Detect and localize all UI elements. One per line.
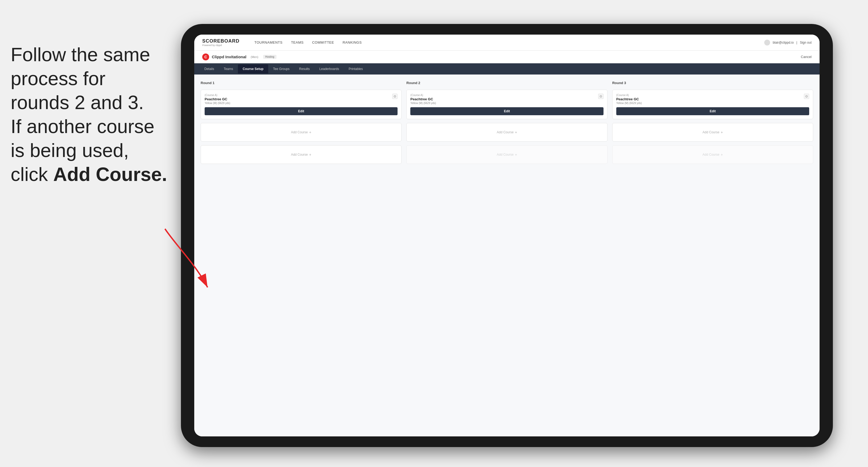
round-1-card-header: (Course A) Peachtree GC Yellow (M) (6629… (205, 94, 398, 107)
round-1-title: Round 1 (200, 81, 402, 85)
round-2-delete-button[interactable]: ⊙ (598, 94, 603, 99)
round-2-title: Round 2 (406, 81, 607, 85)
tab-tee-groups[interactable]: Tee Groups (268, 64, 294, 73)
round-1-course-details: Yellow (M) (6629 yds) (205, 102, 390, 104)
round-2-add-label-1: Add Course + (497, 130, 517, 134)
round-3-add-label-1: Add Course + (703, 130, 723, 134)
tab-course-setup[interactable]: Course Setup (238, 64, 268, 73)
round-1-column: Round 1 (Course A) Peachtree GC Yellow (… (200, 81, 402, 164)
round-3-add-label-2: Add Course + (703, 153, 723, 157)
round-3-course-name: Peachtree GC (616, 97, 802, 101)
rounds-grid: Round 1 (Course A) Peachtree GC Yellow (… (200, 81, 813, 164)
clippd-logo: C (202, 54, 209, 60)
sub-header-left: C Clippd Invitational (Men) Hosting (202, 54, 276, 60)
round-3-delete-button[interactable]: ⊙ (804, 94, 809, 99)
round-2-edit-button[interactable]: Edit (410, 107, 603, 115)
main-content: Round 1 (Course A) Peachtree GC Yellow (… (194, 74, 819, 436)
nav-links: TOURNAMENTS TEAMS COMMITTEE RANKINGS (253, 39, 756, 45)
round-2-card-header: (Course A) Peachtree GC Yellow (M) (6629… (410, 94, 603, 107)
round-2-add-course-2: Add Course + (406, 145, 607, 164)
nav-rankings[interactable]: RANKINGS (341, 39, 363, 45)
event-gender: (Men) (251, 55, 258, 59)
round-2-plus-icon-1: + (515, 130, 517, 134)
round-2-add-course-1[interactable]: Add Course + (406, 123, 607, 142)
round-3-add-course-1[interactable]: Add Course + (612, 123, 813, 142)
round-3-edit-button[interactable]: Edit (616, 107, 809, 115)
sign-out-link[interactable]: Sign out (800, 41, 812, 44)
top-nav: SCOREBOARD Powered by clippd TOURNAMENTS… (194, 35, 819, 51)
round-3-course-label: (Course A) (616, 94, 802, 97)
avatar-icon (764, 40, 770, 45)
round-3-add-course-2: Add Course + (612, 145, 813, 164)
cancel-button[interactable]: Cancel (801, 55, 812, 59)
round-1-plus-icon-1: + (309, 130, 311, 134)
instruction-text: Follow the same process for rounds 2 and… (0, 42, 186, 186)
sub-header: C Clippd Invitational (Men) Hosting Canc… (194, 51, 819, 63)
round-1-add-label-2: Add Course + (291, 153, 311, 157)
tab-leaderboards[interactable]: Leaderboards (314, 64, 344, 73)
tablet-screen: SCOREBOARD Powered by clippd TOURNAMENTS… (194, 35, 819, 436)
hosting-badge: Hosting (263, 55, 276, 59)
round-2-card-info: (Course A) Peachtree GC Yellow (M) (6629… (410, 94, 596, 107)
nav-tournaments[interactable]: TOURNAMENTS (253, 39, 284, 45)
round-3-course-details: Yellow (M) (6629 yds) (616, 102, 802, 104)
round-1-course-label: (Course A) (205, 94, 390, 97)
round-1-add-course-1[interactable]: Add Course + (200, 123, 402, 142)
round-2-add-label-2: Add Course + (497, 153, 517, 157)
logo-powered: Powered by clippd (202, 44, 240, 46)
nav-separator: | (797, 41, 797, 44)
round-1-course-name: Peachtree GC (205, 97, 390, 101)
round-2-course-details: Yellow (M) (6629 yds) (410, 102, 596, 104)
round-1-add-label-1: Add Course + (291, 130, 311, 134)
user-email: blair@clippd.io (773, 41, 794, 44)
tab-results[interactable]: Results (294, 64, 314, 73)
round-3-plus-icon-2: + (721, 153, 723, 157)
round-3-course-card: (Course A) Peachtree GC Yellow (M) (6629… (612, 90, 813, 119)
round-3-card-info: (Course A) Peachtree GC Yellow (M) (6629… (616, 94, 802, 107)
logo-area: SCOREBOARD Powered by clippd (202, 38, 240, 46)
tab-details[interactable]: Details (199, 64, 219, 73)
round-3-card-header: (Course A) Peachtree GC Yellow (M) (6629… (616, 94, 809, 107)
round-3-title: Round 3 (612, 81, 813, 85)
round-3-column: Round 3 (Course A) Peachtree GC Yellow (… (612, 81, 813, 164)
round-1-course-card: (Course A) Peachtree GC Yellow (M) (6629… (200, 90, 402, 119)
round-2-plus-icon-2: + (515, 153, 517, 157)
logo-scoreboard: SCOREBOARD (202, 38, 240, 44)
round-1-add-course-2[interactable]: Add Course + (200, 145, 402, 164)
nav-right: blair@clippd.io | Sign out (764, 40, 812, 45)
round-2-course-card: (Course A) Peachtree GC Yellow (M) (6629… (406, 90, 607, 119)
tab-bar: Details Teams Course Setup Tee Groups Re… (194, 63, 819, 74)
nav-teams[interactable]: TEAMS (289, 39, 305, 45)
round-2-column: Round 2 (Course A) Peachtree GC Yellow (… (406, 81, 607, 164)
tab-printables[interactable]: Printables (344, 64, 368, 73)
nav-committee[interactable]: COMMITTEE (311, 39, 336, 45)
round-1-plus-icon-2: + (309, 153, 311, 157)
tablet-frame: SCOREBOARD Powered by clippd TOURNAMENTS… (181, 24, 833, 447)
round-3-plus-icon-1: + (721, 130, 723, 134)
round-1-edit-button[interactable]: Edit (205, 107, 398, 115)
round-1-delete-button[interactable]: ⊙ (392, 94, 398, 99)
round-2-course-label: (Course A) (410, 94, 596, 97)
event-title: Clippd Invitational (212, 55, 246, 59)
tab-teams[interactable]: Teams (219, 64, 238, 73)
round-1-card-info: (Course A) Peachtree GC Yellow (M) (6629… (205, 94, 390, 107)
round-2-course-name: Peachtree GC (410, 97, 596, 101)
